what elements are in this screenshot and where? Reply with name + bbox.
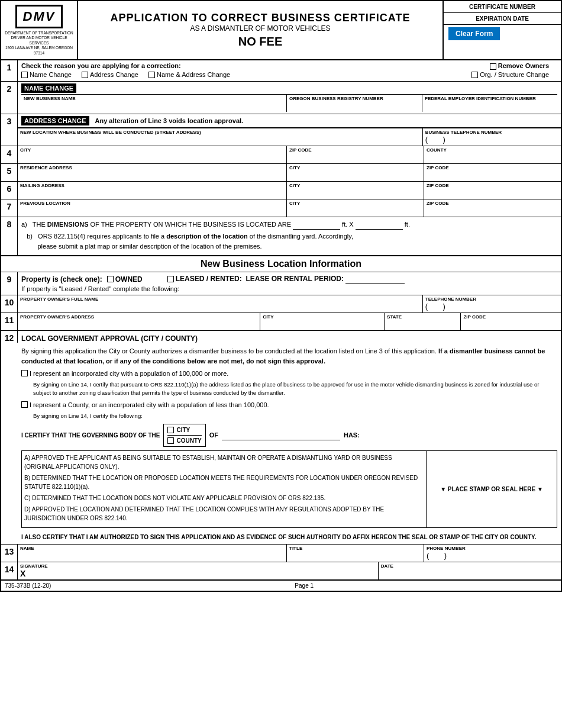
cb1-checkbox[interactable]	[21, 370, 28, 376]
prev-location-value[interactable]	[20, 206, 284, 215]
owned-checkbox[interactable]	[107, 276, 114, 282]
owner-address-value[interactable]	[20, 320, 257, 329]
zip-cell-6: ZIP CODE	[424, 182, 561, 199]
date-value-14[interactable]	[381, 569, 558, 578]
approval-items: A) APPROVED THE APPLICANT AS BEING SUITA…	[22, 451, 427, 527]
stamp-area: ▼ PLACE STAMP OR SEAL HERE ▼	[427, 451, 557, 527]
address-change-note: Any alteration of Line 3 voids location …	[95, 117, 244, 124]
zip-value-11[interactable]	[463, 320, 558, 329]
section-8-part-b: b) ORS 822.115(4) requires applicants to…	[21, 231, 557, 251]
name-change-bar: NAME CHANGE	[21, 83, 76, 93]
federal-ein-label: FEDERAL EMPLOYER IDENTIFICATION NUMBER	[425, 96, 555, 101]
cb2-label[interactable]: I represent a County, or an incorporated…	[21, 400, 269, 410]
lease-period-blank[interactable]	[345, 275, 405, 284]
section-11-content: PROPERTY OWNER'S ADDRESS CITY STATE ZIP …	[18, 313, 561, 330]
title-value-13[interactable]	[289, 551, 421, 561]
section-12-number: 12	[1, 331, 18, 343]
section-3: 3 ADDRESS CHANGE Any alteration of Line …	[1, 114, 561, 146]
section-9-content: Property is (check one): OWNED LEASED / …	[18, 272, 561, 295]
name-value-13[interactable]	[20, 551, 284, 561]
city-label-4: CITY	[20, 147, 284, 153]
residence-value[interactable]	[20, 170, 284, 180]
owner-tel-value[interactable]: ( )	[425, 302, 558, 311]
city-checkbox[interactable]	[167, 427, 174, 433]
subtitle: AS A DISMANTLER OF MOTOR VEHICLES	[190, 24, 330, 33]
section-6: 6 MAILING ADDRESS CITY ZIP CODE	[1, 182, 561, 199]
main-title: APPLICATION TO CORRECT BUSINESS CERTIFIC…	[110, 12, 410, 24]
section-7-number: 7	[1, 199, 18, 217]
address-change-checkbox[interactable]	[82, 72, 88, 78]
zip-value-5[interactable]	[427, 170, 558, 180]
clear-form-button[interactable]: Clear Form	[448, 27, 500, 40]
state-value-11[interactable]	[387, 320, 458, 329]
governing-body-blank[interactable]	[222, 430, 340, 441]
sig-value-14[interactable]: X	[20, 569, 376, 578]
logo-section: DMV DEPARTMENT OF TRANSPORTATION DRIVER …	[1, 1, 78, 59]
section-12-para1: By signing this application the City or …	[21, 346, 557, 366]
owner-tel-cell: TELEPHONE NUMBER ( )	[423, 295, 561, 313]
new-location-value[interactable]	[20, 135, 420, 144]
owned-checkbox-label[interactable]: OWNED	[107, 275, 143, 284]
oregon-reg-value[interactable]	[289, 101, 419, 111]
zip-cell-7: ZIP CODE	[424, 199, 561, 217]
city-value-7[interactable]	[289, 206, 421, 215]
zip-label-6: ZIP CODE	[427, 183, 558, 188]
name-addr-change-checkbox[interactable]	[148, 72, 155, 78]
zip-value-6[interactable]	[427, 188, 558, 198]
mailing-cell: MAILING ADDRESS	[18, 182, 287, 199]
section-14: 14 SIGNATURE X DATE	[1, 562, 561, 580]
zip-value-4[interactable]	[289, 153, 421, 162]
dimension-blank-2[interactable]	[356, 220, 403, 230]
mailing-value[interactable]	[20, 188, 284, 198]
city-value-11[interactable]	[263, 320, 382, 329]
city-value-4[interactable]	[20, 153, 284, 162]
org-structure-checkbox[interactable]	[471, 72, 478, 78]
zip-cell-5: ZIP CODE	[424, 164, 561, 181]
cb2-checkbox[interactable]	[21, 401, 28, 408]
sig-label-14: SIGNATURE	[20, 563, 376, 569]
zip-cell-4: ZIP CODE	[287, 146, 424, 163]
zip-label-7: ZIP CODE	[427, 201, 558, 206]
new-business-name-value[interactable]	[24, 101, 284, 111]
section-14-fields: SIGNATURE X DATE	[18, 562, 561, 579]
zip-label-11: ZIP CODE	[463, 314, 558, 320]
dimension-blank-1[interactable]	[293, 220, 340, 230]
name-change-checkbox-label[interactable]: Name Change	[21, 71, 72, 78]
section-6-fields: MAILING ADDRESS CITY ZIP CODE	[18, 182, 561, 199]
page-number: Page 1	[295, 582, 314, 589]
owner-name-value[interactable]	[20, 302, 420, 311]
footer: 735-373B (12-20) Page 1	[1, 580, 561, 591]
zip-value-7[interactable]	[427, 206, 558, 215]
prev-location-cell: PREVIOUS LOCATION	[18, 199, 287, 217]
section-11: 11 PROPERTY OWNER'S ADDRESS CITY STATE Z…	[1, 313, 561, 331]
stamp-label: ▼ PLACE STAMP OR SEAL HERE ▼	[440, 485, 543, 494]
county-checkbox[interactable]	[167, 437, 174, 444]
no-fee-label: NO FEE	[238, 35, 282, 49]
cb1-label[interactable]: I represent an incorporated city with a …	[21, 369, 228, 379]
cb2-text: I represent a County, or an incorporated…	[30, 400, 269, 410]
date-cell-14: DATE	[379, 562, 561, 579]
section-5-number: 5	[1, 164, 18, 181]
leased-checkbox-label[interactable]: LEASED / RENTED: LEASE OR RENTAL PERIOD:	[167, 275, 405, 284]
federal-ein-value[interactable]	[425, 101, 555, 111]
business-tel-value[interactable]: ( )	[425, 135, 558, 144]
address-change-checkbox-label[interactable]: Address Change	[82, 71, 138, 78]
approval-d: D) APPROVED THE LOCATION AND DETERMINED …	[24, 505, 424, 523]
city-cell-11: CITY	[260, 313, 385, 330]
name-addr-change-checkbox-label[interactable]: Name & Address Change	[148, 71, 230, 78]
phone-value-13[interactable]: ( )	[427, 551, 558, 561]
section-8: 8 a) THE DIMENSIONS OF THE PROPERTY ON W…	[1, 217, 561, 256]
remove-owners-checkbox[interactable]	[490, 63, 496, 70]
county-value-4[interactable]	[427, 153, 558, 162]
name-change-checkbox[interactable]	[21, 72, 28, 78]
org-structure-checkbox-label[interactable]: Org. / Structure Change	[471, 71, 549, 79]
section-1-label: Check the reason you are applying for a …	[21, 62, 181, 69]
city-value-6[interactable]	[289, 188, 421, 198]
cb1-text: I represent an incorporated city with a …	[30, 369, 228, 379]
section-14-number: 14	[1, 562, 18, 579]
city-value-5[interactable]	[289, 170, 421, 180]
section-14-content: SIGNATURE X DATE	[18, 562, 561, 579]
leased-checkbox[interactable]	[167, 276, 174, 282]
remove-owners-checkbox-label[interactable]: Remove Owners	[471, 62, 549, 70]
section-11-fields: PROPERTY OWNER'S ADDRESS CITY STATE ZIP …	[18, 313, 561, 330]
